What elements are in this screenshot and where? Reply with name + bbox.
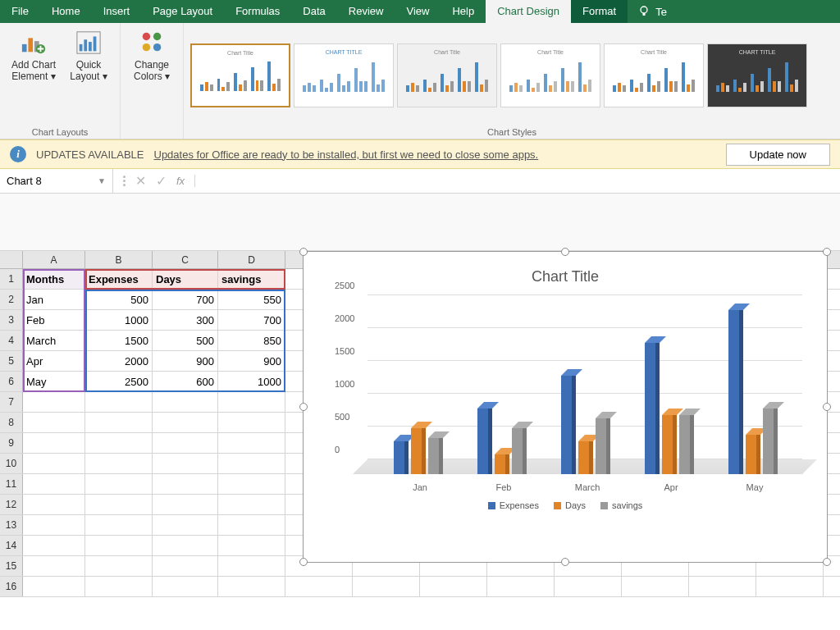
legend-days[interactable]: Days xyxy=(554,500,586,510)
cell-B12[interactable] xyxy=(85,495,153,514)
cell-B10[interactable] xyxy=(85,454,153,473)
col-header-D[interactable]: D xyxy=(218,251,285,268)
cell-C3[interactable]: 300 xyxy=(153,310,218,330)
formula-options-icon[interactable] xyxy=(123,176,126,186)
row-header-13[interactable]: 13 xyxy=(0,515,23,535)
cell-L16[interactable] xyxy=(756,577,824,596)
resize-handle-w[interactable] xyxy=(299,403,308,411)
chevron-down-icon[interactable]: ▼ xyxy=(98,176,106,185)
tab-formulas[interactable]: Formulas xyxy=(224,0,291,23)
bar-Expenses-Apr[interactable] xyxy=(645,343,660,474)
bar-group-Feb[interactable] xyxy=(477,409,527,474)
chart-style-5[interactable]: Chart Title xyxy=(604,43,704,107)
cell-B11[interactable] xyxy=(85,474,153,494)
cell-C15[interactable] xyxy=(153,556,218,576)
chart-style-4[interactable]: Chart Title xyxy=(500,43,600,107)
bar-group-Apr[interactable] xyxy=(645,343,694,474)
tab-review[interactable]: Review xyxy=(337,0,395,23)
cell-B4[interactable]: 1500 xyxy=(85,331,153,350)
row-header-7[interactable]: 7 xyxy=(0,392,23,412)
chart-style-6[interactable]: CHART TITLE xyxy=(707,43,807,107)
tab-view[interactable]: View xyxy=(395,0,441,23)
row-header-11[interactable]: 11 xyxy=(0,474,23,494)
row-header-1[interactable]: 1 xyxy=(0,269,23,289)
cell-J16[interactable] xyxy=(622,577,689,596)
bar-savings-Apr[interactable] xyxy=(679,415,694,474)
bar-Days-May[interactable] xyxy=(746,435,760,474)
cell-C7[interactable] xyxy=(153,392,218,412)
quick-layout-button[interactable]: Quick Layout ▾ xyxy=(64,26,113,124)
bar-savings-May[interactable] xyxy=(763,409,778,474)
bar-Expenses-March[interactable] xyxy=(561,376,576,474)
cell-B16[interactable] xyxy=(85,577,153,596)
bar-group-Jan[interactable] xyxy=(394,428,443,474)
tab-help[interactable]: Help xyxy=(441,0,486,23)
tab-home[interactable]: Home xyxy=(40,0,92,23)
bar-Expenses-May[interactable] xyxy=(728,310,743,474)
tell-me-icon[interactable]: Te xyxy=(631,5,673,18)
resize-handle-nw[interactable] xyxy=(299,248,308,256)
update-now-button[interactable]: Update now xyxy=(726,144,830,166)
select-all-corner[interactable] xyxy=(0,251,23,268)
cell-D15[interactable] xyxy=(218,556,285,576)
col-header-A[interactable]: A xyxy=(23,251,85,268)
cell-A6[interactable]: May xyxy=(23,372,85,391)
cell-I16[interactable] xyxy=(555,577,622,596)
chart-style-1[interactable]: Chart Title xyxy=(190,43,290,107)
cell-G16[interactable] xyxy=(420,577,487,596)
cell-B14[interactable] xyxy=(85,536,153,555)
cell-F16[interactable] xyxy=(353,577,420,596)
cell-D6[interactable]: 1000 xyxy=(218,372,285,391)
row-header-9[interactable]: 9 xyxy=(0,433,23,453)
change-colors-button[interactable]: Change Colors ▾ xyxy=(127,26,176,124)
cell-A3[interactable]: Feb xyxy=(23,310,85,330)
resize-handle-sw[interactable] xyxy=(299,558,308,566)
bar-group-May[interactable] xyxy=(728,310,778,474)
bar-Days-Jan[interactable] xyxy=(411,428,426,474)
chart-title[interactable]: Chart Title xyxy=(304,252,827,294)
row-header-14[interactable]: 14 xyxy=(0,536,23,555)
cell-D10[interactable] xyxy=(218,454,285,473)
cell-C11[interactable] xyxy=(153,474,218,494)
tab-format[interactable]: Format xyxy=(571,0,628,23)
row-header-10[interactable]: 10 xyxy=(0,454,23,473)
row-header-4[interactable]: 4 xyxy=(0,331,23,350)
cell-A14[interactable] xyxy=(23,536,85,555)
bar-group-March[interactable] xyxy=(561,376,610,474)
cell-B7[interactable] xyxy=(85,392,153,412)
cell-A11[interactable] xyxy=(23,474,85,494)
cell-C8[interactable] xyxy=(153,413,218,432)
cell-A10[interactable] xyxy=(23,454,85,473)
resize-handle-ne[interactable] xyxy=(823,248,831,256)
cell-C14[interactable] xyxy=(153,536,218,555)
cell-B15[interactable] xyxy=(85,556,153,576)
row-header-12[interactable]: 12 xyxy=(0,495,23,514)
cell-A7[interactable] xyxy=(23,392,85,412)
cell-B8[interactable] xyxy=(85,413,153,432)
cell-D11[interactable] xyxy=(218,474,285,494)
name-box[interactable]: Chart 8 ▼ xyxy=(0,169,113,193)
bar-Days-March[interactable] xyxy=(578,441,593,474)
cell-D1[interactable]: savings xyxy=(218,269,285,289)
cell-D3[interactable]: 700 xyxy=(218,310,285,330)
legend-savings[interactable]: savings xyxy=(600,500,642,510)
chart-legend[interactable]: Expenses Days savings xyxy=(304,491,827,520)
row-header-16[interactable]: 16 xyxy=(0,577,23,596)
cell-C4[interactable]: 500 xyxy=(153,331,218,350)
cell-B2[interactable]: 500 xyxy=(85,290,153,309)
cell-B3[interactable]: 1000 xyxy=(85,310,153,330)
cell-B9[interactable] xyxy=(85,433,153,453)
cell-B6[interactable]: 2500 xyxy=(85,372,153,391)
cell-C16[interactable] xyxy=(153,577,218,596)
cell-D8[interactable] xyxy=(218,413,285,432)
cell-C6[interactable]: 600 xyxy=(153,372,218,391)
embedded-chart[interactable]: Chart Title 05001000150020002500 JanFebM… xyxy=(303,251,828,563)
chart-style-2[interactable]: CHART TITLE xyxy=(294,43,394,107)
row-header-5[interactable]: 5 xyxy=(0,351,23,371)
row-header-15[interactable]: 15 xyxy=(0,556,23,576)
tab-insert[interactable]: Insert xyxy=(92,0,142,23)
cell-C12[interactable] xyxy=(153,495,218,514)
cell-D16[interactable] xyxy=(218,577,285,596)
chart-plot-area[interactable]: 05001000150020002500 JanFebMarchAprMay xyxy=(353,294,802,491)
cell-D14[interactable] xyxy=(218,536,285,555)
